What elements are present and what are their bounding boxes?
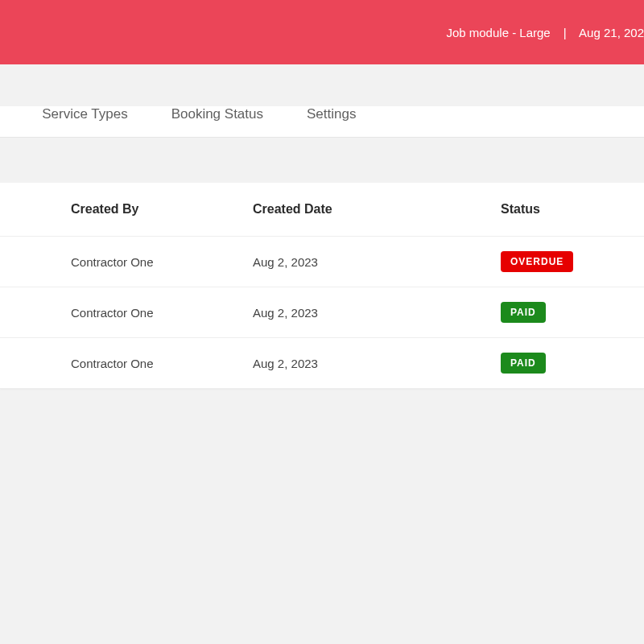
status-badge: PAID <box>501 302 546 323</box>
table-header-row: Created By Created Date Status <box>0 183 644 237</box>
col-header-created-by: Created By <box>0 183 253 237</box>
data-panel: Created By Created Date Status Contracto… <box>0 183 644 389</box>
app-date: Aug 21, 202 <box>579 26 644 39</box>
cell-status: PAID <box>501 338 644 389</box>
tab-service-types[interactable]: Service Types <box>42 106 127 122</box>
cell-status: PAID <box>501 287 644 338</box>
cell-created-by: Contractor One <box>0 287 253 338</box>
top-bar-meta: Job module - Large | Aug 21, 202 <box>446 26 644 39</box>
cell-status: OVERDUE <box>501 237 644 287</box>
cell-created-date: Aug 2, 2023 <box>253 287 501 338</box>
jobs-table: Created By Created Date Status Contracto… <box>0 183 644 389</box>
separator: | <box>564 26 567 39</box>
status-badge: PAID <box>501 353 546 374</box>
status-badge: OVERDUE <box>501 251 573 272</box>
app-title: Job module - Large <box>446 26 550 39</box>
col-header-created-date: Created Date <box>253 183 501 237</box>
cell-created-by: Contractor One <box>0 237 253 287</box>
table-row[interactable]: Contractor One Aug 2, 2023 PAID <box>0 287 644 338</box>
top-bar: Job module - Large | Aug 21, 202 <box>0 0 644 64</box>
cell-created-date: Aug 2, 2023 <box>253 338 501 389</box>
cell-created-date: Aug 2, 2023 <box>253 237 501 287</box>
tab-strip: rs Service Types Booking Status Settings <box>0 106 644 138</box>
tab-settings[interactable]: Settings <box>307 106 356 122</box>
table-row[interactable]: Contractor One Aug 2, 2023 PAID <box>0 338 644 389</box>
tab-booking-status[interactable]: Booking Status <box>171 106 263 122</box>
col-header-status: Status <box>501 183 644 237</box>
table-row[interactable]: Contractor One Aug 2, 2023 OVERDUE <box>0 237 644 287</box>
cell-created-by: Contractor One <box>0 338 253 389</box>
